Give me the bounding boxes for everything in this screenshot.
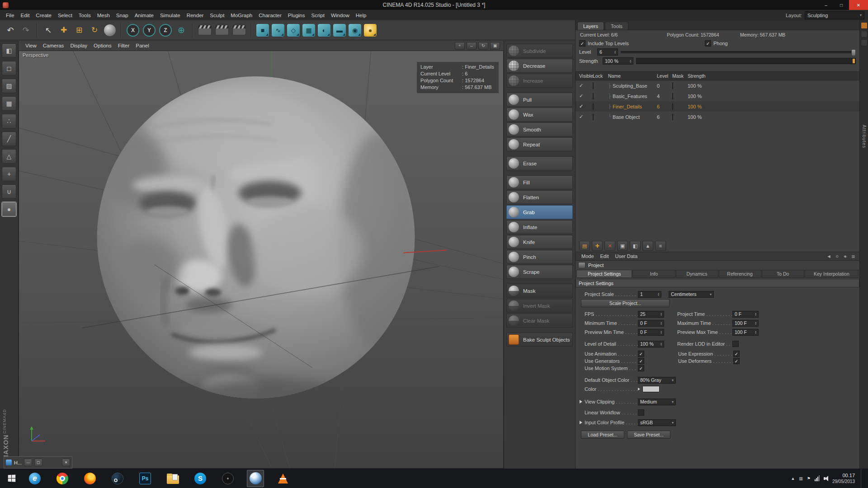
use-animation-checkbox[interactable]: ✓ <box>638 351 644 357</box>
tool-knife[interactable]: Knife <box>506 235 573 249</box>
make-editable-icon[interactable]: ◧ <box>2 43 16 58</box>
tab-referencing[interactable]: Referencing <box>719 270 761 278</box>
taskbar-photoshop[interactable]: Ps <box>137 470 154 487</box>
lock-checkbox[interactable] <box>593 114 594 120</box>
texture-mode-icon[interactable]: ▨ <box>2 79 16 93</box>
add-light-icon[interactable]: ● <box>364 24 377 37</box>
taskbar-skype[interactable]: S <box>192 470 209 487</box>
add-cube-icon[interactable]: ■ <box>256 24 269 37</box>
workplane-icon[interactable]: ▦ <box>2 96 16 111</box>
taskbar-vlc[interactable] <box>274 470 292 487</box>
redo-icon[interactable]: ↷ <box>19 23 33 37</box>
layer-strength[interactable]: 100 % <box>688 104 719 109</box>
level-slider[interactable] <box>621 51 856 53</box>
scale-project-button[interactable]: Scale Project... <box>581 299 670 307</box>
taskbar-steam[interactable] <box>109 470 126 487</box>
add-deformer-icon[interactable]: ◐ <box>318 24 330 37</box>
menu-sculpt[interactable]: Sculpt <box>207 13 227 18</box>
network-icon[interactable] <box>815 475 820 481</box>
undo-icon[interactable]: ↶ <box>4 23 17 37</box>
add-camera-icon[interactable]: ◉ <box>349 24 361 37</box>
table-row-selected[interactable]: ✓ Finer_Details 6 100 % <box>576 101 859 112</box>
tab-info[interactable]: Info <box>632 270 675 278</box>
layout-dropdown[interactable]: Sculpting ▾ <box>805 11 864 19</box>
visible-check[interactable]: ✓ <box>576 93 593 99</box>
new-layer-folder-icon[interactable]: ▤ <box>579 241 590 251</box>
taskbar-firefox[interactable] <box>81 470 99 487</box>
spinner-icon[interactable]: ▴▾ <box>658 342 662 346</box>
layer-menu-icon[interactable]: ≡ <box>655 241 666 251</box>
coordinate-system-icon[interactable]: ⊕ <box>175 23 188 37</box>
x-axis-lock-icon[interactable]: X <box>127 24 139 37</box>
menu-help[interactable]: Help <box>353 13 370 18</box>
tab-to-do[interactable]: To Do <box>762 270 804 278</box>
menu-edit[interactable]: Edit <box>18 13 33 18</box>
vp-menu-filter[interactable]: Filter <box>115 43 133 48</box>
taskbar-music-app[interactable] <box>219 470 236 487</box>
mask-thumbnail[interactable] <box>672 83 673 89</box>
color-expand-icon[interactable] <box>638 388 640 390</box>
volume-icon[interactable] <box>824 476 828 481</box>
spinner-icon[interactable]: ▴▾ <box>612 50 616 54</box>
save-preset-button[interactable]: Save Preset... <box>627 431 670 439</box>
render-lod-checkbox[interactable] <box>732 341 739 347</box>
am-menu-mode[interactable]: Mode <box>578 253 597 259</box>
linear-workflow-checkbox[interactable] <box>638 409 644 416</box>
color-swatch[interactable] <box>642 386 660 392</box>
add-modeling-object-icon[interactable]: ▦ <box>302 24 315 37</box>
hidden-icons-icon[interactable]: ▲ <box>791 476 795 481</box>
lock-checkbox[interactable] <box>593 93 594 99</box>
tool-smooth[interactable]: Smooth <box>506 122 573 136</box>
use-expression-checkbox[interactable]: ✓ <box>733 351 740 357</box>
menu-mesh[interactable]: Mesh <box>94 13 113 18</box>
axis-mode-icon[interactable]: + <box>2 167 16 181</box>
show-desktop-button[interactable] <box>861 469 864 488</box>
use-motion-system-checkbox[interactable]: ✓ <box>638 365 644 371</box>
spinner-icon[interactable]: ▴▾ <box>627 59 631 63</box>
project-time-field[interactable]: 0 F▴▾ <box>732 311 759 318</box>
preview-min-time-field[interactable]: 0 F▴▾ <box>638 329 664 336</box>
menu-simulate[interactable]: Simulate <box>157 13 184 18</box>
mirror-layer-icon[interactable]: ◧ <box>630 241 641 251</box>
visible-check[interactable]: ✓ <box>576 103 593 109</box>
search-icon[interactable]: ⊙ <box>834 253 840 259</box>
phong-checkbox[interactable]: ✓ <box>705 40 711 47</box>
render-picture-viewer-icon[interactable] <box>215 25 229 35</box>
minimize-button[interactable]: – <box>818 0 834 10</box>
zoom-view-icon[interactable]: ↔ <box>467 42 476 50</box>
am-menu-edit[interactable]: Edit <box>597 253 612 259</box>
move-tool-icon[interactable]: ✚ <box>57 23 71 37</box>
add-spline-icon[interactable]: ∿ <box>272 24 284 37</box>
render-settings-icon[interactable] <box>232 25 246 35</box>
start-button[interactable] <box>2 469 21 488</box>
clock[interactable]: 00.17 29/05/2013 <box>832 473 855 484</box>
lock-checkbox[interactable] <box>593 83 594 89</box>
table-row[interactable]: ✓ Sculpting_Base 0 100 % <box>576 80 859 91</box>
visible-check[interactable]: ✓ <box>576 114 593 120</box>
section-header[interactable]: Project Settings <box>576 279 859 287</box>
spinner-icon[interactable]: ▴▾ <box>753 321 756 325</box>
mini-minimize-icon[interactable]: — <box>24 459 32 466</box>
add-layer-icon[interactable]: ✚ <box>592 241 603 251</box>
layer-strength[interactable]: 100 % <box>688 94 719 99</box>
move-layer-up-icon[interactable]: ▲ <box>642 241 653 251</box>
maximum-time-field[interactable]: 100 F▴▾ <box>732 320 759 327</box>
layer-strength[interactable]: 100 % <box>688 83 719 89</box>
level-value-field[interactable]: 6 ▴▾ <box>597 48 618 56</box>
menu-window[interactable]: Window <box>328 13 353 18</box>
taskbar-chrome[interactable] <box>54 470 71 487</box>
tool-inflate[interactable]: Inflate <box>506 220 573 234</box>
duplicate-layer-icon[interactable]: ▣ <box>617 241 628 251</box>
table-row[interactable]: ✓ Base Object 6 100 % <box>576 112 859 122</box>
spinner-icon[interactable]: ▴▾ <box>753 330 756 334</box>
lock-icon[interactable]: ◈ <box>842 253 849 259</box>
vp-menu-options[interactable]: Options <box>90 43 115 48</box>
viewport-canvas[interactable]: Perspective Layer: Finer_Details Current… <box>19 51 504 469</box>
tool-erase[interactable]: Erase <box>506 156 573 170</box>
rotate-tool-icon[interactable]: ↻ <box>88 23 101 37</box>
tool-pinch[interactable]: Pinch <box>506 250 573 264</box>
scale-tool-icon[interactable]: ⊞ <box>72 23 86 37</box>
bake-sculpt-objects-button[interactable]: Bake Sculpt Objects <box>506 333 573 347</box>
strength-slider-handle[interactable] <box>853 59 855 63</box>
tab-key-interpolation[interactable]: Key Interpolation <box>805 270 859 278</box>
